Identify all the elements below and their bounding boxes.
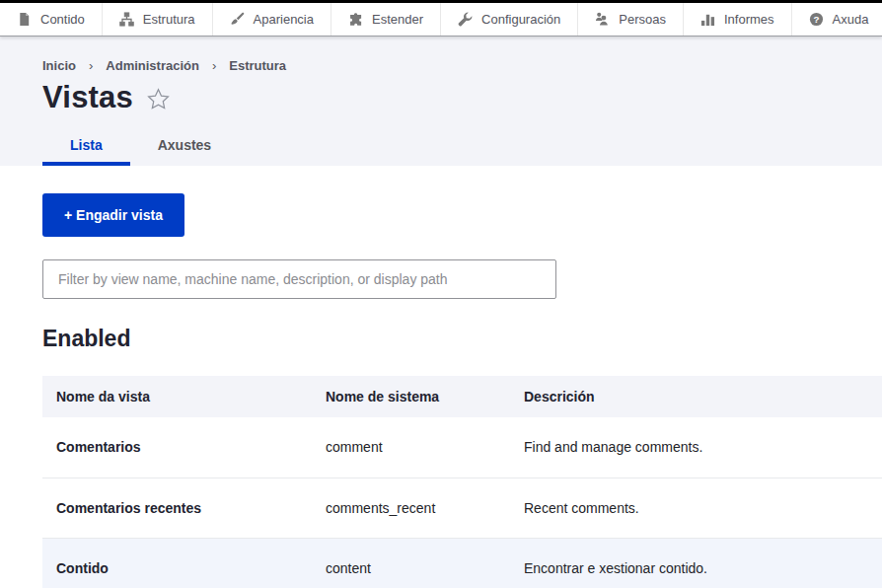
people-icon	[595, 12, 610, 27]
star-icon[interactable]	[146, 87, 171, 111]
page-title: Vistas	[42, 80, 133, 115]
column-header-view-name: Nome da vista	[42, 376, 312, 417]
toolbar-item-extend[interactable]: Estender	[331, 3, 441, 36]
views-table: Nome da vista Nome de sistema Descrición…	[42, 376, 882, 588]
toolbar-item-label: Estender	[372, 12, 423, 27]
machine-name-cell: content	[312, 538, 510, 588]
enabled-section-heading: Enabled	[42, 326, 882, 352]
wrench-icon	[458, 12, 473, 27]
tab-list[interactable]: Lista	[42, 126, 130, 166]
toolbar-item-structure[interactable]: Estrutura	[103, 3, 213, 36]
sitemap-icon	[119, 12, 134, 27]
add-view-button[interactable]: + Engadir vista	[42, 193, 184, 237]
tab-label: Axustes	[158, 137, 211, 153]
description-cell: Recent comments.	[510, 478, 882, 538]
toolbar-item-reports[interactable]: Informes	[684, 3, 792, 36]
view-name-cell: Comentarios	[42, 417, 312, 478]
view-name-cell: Contido	[42, 538, 312, 588]
file-icon	[17, 12, 32, 27]
primary-tabs: Lista Axustes	[42, 126, 239, 166]
toolbar-item-label: Persoas	[619, 12, 666, 27]
description-cell: Find and manage comments.	[510, 417, 882, 478]
table-row: Comentarios comment Find and manage comm…	[42, 417, 882, 478]
tab-settings[interactable]: Axustes	[130, 126, 239, 166]
breadcrumb-link-structure[interactable]: Estrutura	[229, 58, 286, 73]
breadcrumb-link-home[interactable]: Inicio	[42, 58, 76, 73]
table-row: Contido content Encontrar e xestionar co…	[42, 538, 882, 588]
toolbar-item-people[interactable]: Persoas	[578, 3, 684, 36]
table-header-row: Nome da vista Nome de sistema Descrición	[42, 376, 882, 417]
breadcrumb-separator: ›	[212, 58, 216, 73]
toolbar-item-label: Estrutura	[143, 12, 195, 27]
tab-label: Lista	[70, 137, 103, 153]
breadcrumb-link-administration[interactable]: Administración	[106, 58, 199, 73]
breadcrumb: Inicio › Administración › Estrutura	[42, 58, 882, 73]
views-filter-input[interactable]	[42, 259, 556, 299]
toolbar-item-help[interactable]: ? Axuda	[792, 3, 882, 36]
help-icon: ?	[809, 12, 824, 27]
breadcrumb-separator: ›	[89, 58, 93, 73]
toolbar-item-label: Contido	[40, 12, 85, 27]
toolbar-item-label: Apariencia	[254, 12, 314, 27]
toolbar-item-content[interactable]: Contido	[0, 3, 103, 36]
toolbar-item-appearance[interactable]: Apariencia	[213, 3, 331, 36]
view-name-cell: Comentarios recentes	[42, 478, 312, 538]
toolbar-item-label: Informes	[724, 12, 774, 27]
column-header-machine-name: Nome de sistema	[312, 376, 510, 417]
table-row: Comentarios recentes comments_recent Rec…	[42, 478, 882, 538]
toolbar-item-configuration[interactable]: Configuración	[441, 3, 578, 36]
bar-chart-icon	[700, 12, 715, 27]
description-cell: Encontrar e xestionar contido.	[510, 538, 882, 588]
machine-name-cell: comment	[312, 417, 510, 478]
toolbar-item-label: Axuda	[833, 12, 869, 27]
paintbrush-icon	[230, 12, 245, 27]
main-content: + Engadir vista Enabled Nome da vista No…	[0, 166, 882, 588]
svg-text:?: ?	[813, 14, 819, 25]
machine-name-cell: comments_recent	[312, 478, 510, 538]
page-header: Inicio › Administración › Estrutura Vist…	[0, 37, 882, 166]
column-header-description: Descrición	[510, 376, 882, 417]
toolbar-item-label: Configuración	[481, 12, 560, 27]
puzzle-icon	[348, 12, 363, 27]
admin-menu-toolbar: Contido Estrutura Apariencia Estender	[0, 3, 882, 37]
